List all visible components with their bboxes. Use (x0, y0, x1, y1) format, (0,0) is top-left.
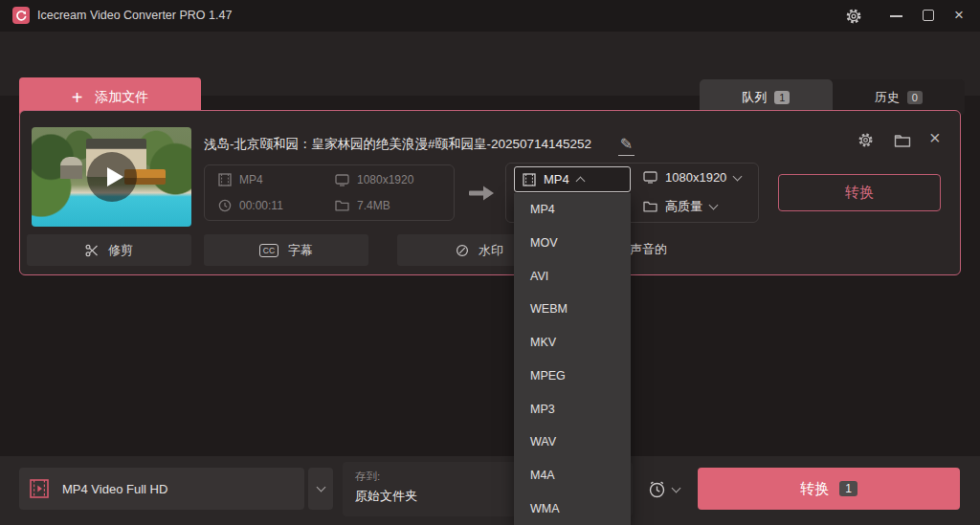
remove-file-icon[interactable]: × (929, 127, 941, 149)
format-option[interactable]: WAV (514, 426, 631, 459)
format-option[interactable]: MP3 (514, 392, 631, 426)
convert-count-badge: 1 (839, 481, 858, 496)
video-thumbnail[interactable] (32, 127, 191, 227)
file-name: 浅岛-北京颐和园：皇家林园的绝美浪漫#颐和园皇-20250714145252 (204, 136, 591, 153)
convert-all-button[interactable]: 转换 1 (698, 468, 960, 510)
output-resolution-value: 1080x1920 (665, 170, 726, 185)
history-count-badge: 0 (907, 91, 923, 104)
tab-queue-label: 队列 (742, 89, 767, 106)
subtitles-button[interactable]: CC 字幕 (204, 234, 368, 266)
app-window: Icecream Video Converter PRO 1.47 × + 添加… (0, 0, 980, 525)
output-quality-select[interactable]: 高质量 (643, 198, 717, 215)
format-dropdown-list: MP4 MOV AVI WEBM MKV MPEG MP3 WAV M4A WM… (514, 193, 631, 525)
audio-option-label-partial: 声音的 (630, 241, 667, 258)
scissors-icon (85, 244, 99, 257)
subtitles-label: 字幕 (288, 242, 313, 259)
video-preset-icon (29, 478, 50, 499)
conversion-arrow-icon (468, 185, 495, 202)
source-resolution: 1080x1920 (335, 173, 413, 186)
format-option[interactable]: AVI (514, 259, 631, 293)
minimize-icon[interactable] (890, 15, 902, 17)
film-icon (523, 173, 536, 186)
output-format-value: MP4 (544, 172, 569, 186)
trim-button[interactable]: 修剪 (27, 234, 191, 266)
preset-dropdown-toggle[interactable] (308, 468, 333, 510)
chevron-down-icon (672, 483, 681, 492)
output-quality-value: 高质量 (665, 198, 702, 215)
folder-icon (643, 201, 657, 212)
format-option[interactable]: M4A (514, 459, 631, 492)
source-duration: 00:00:11 (218, 199, 283, 212)
chevron-down-icon (316, 483, 325, 492)
tab-history-label: 历史 (875, 89, 900, 106)
rename-pencil-icon[interactable]: ✎ (618, 135, 635, 156)
open-folder-icon[interactable] (894, 134, 911, 147)
maximize-icon[interactable] (923, 10, 934, 21)
watermark-icon (456, 244, 469, 257)
file-settings-gear-icon[interactable] (858, 132, 874, 148)
thumbnail-pagoda (60, 157, 82, 179)
cc-icon: CC (259, 244, 278, 257)
format-option[interactable]: MKV (514, 326, 631, 360)
settings-gear-icon[interactable] (845, 8, 862, 25)
film-icon (218, 173, 232, 186)
convert-file-button[interactable]: 转换 (778, 174, 941, 211)
format-option[interactable]: WMA (514, 492, 631, 525)
app-logo-icon (12, 7, 30, 24)
chevron-down-icon (733, 171, 743, 181)
preset-label: MP4 Video Full HD (62, 482, 167, 496)
source-size: 7.4MB (335, 199, 390, 212)
top-toolbar: + 添加文件 队列 1 历史 0 (0, 32, 980, 96)
output-format-select[interactable]: MP4 (514, 166, 631, 192)
folder-icon (335, 200, 349, 211)
format-option[interactable]: MPEG (514, 360, 631, 393)
bottom-bar: MP4 Video Full HD 存到: 原始文件夹 转换 1 (0, 456, 980, 525)
source-format: MP4 (218, 173, 263, 186)
display-icon (335, 174, 349, 186)
format-option[interactable]: MOV (514, 227, 631, 260)
clock-icon (218, 199, 232, 212)
alarm-clock-icon (647, 479, 667, 499)
window-title: Icecream Video Converter PRO 1.47 (37, 9, 232, 22)
format-option[interactable]: MP4 (514, 193, 631, 227)
output-resolution-select[interactable]: 1080x1920 (643, 170, 741, 185)
title-bar: Icecream Video Converter PRO 1.47 × (0, 0, 980, 32)
watermark-label: 水印 (479, 242, 503, 259)
schedule-control[interactable] (647, 479, 679, 499)
chevron-up-icon (575, 177, 585, 186)
display-icon (643, 171, 657, 184)
chevron-down-icon (709, 201, 719, 210)
plus-icon: + (72, 88, 83, 107)
add-files-label: 添加文件 (95, 89, 148, 106)
preset-select[interactable]: MP4 Video Full HD (19, 468, 304, 510)
trim-label: 修剪 (108, 242, 133, 259)
format-option[interactable]: WEBM (514, 293, 631, 326)
queue-count-badge: 1 (774, 91, 790, 104)
close-window-icon[interactable]: × (954, 5, 964, 26)
refresh-icon (14, 9, 28, 22)
play-button[interactable] (87, 152, 137, 202)
convert-all-label: 转换 (800, 480, 829, 498)
